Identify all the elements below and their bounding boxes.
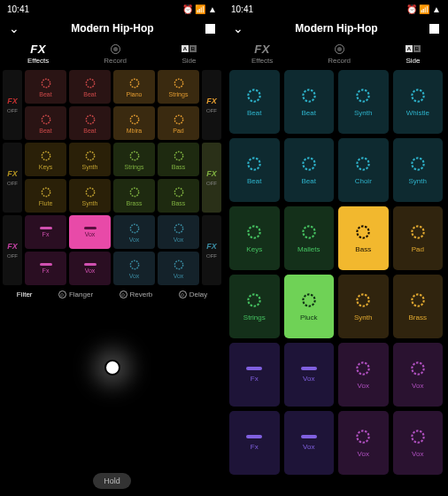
pad-vox[interactable]: Vox [158,215,199,249]
pad-pad[interactable]: Pad [393,206,444,270]
pad-vox[interactable]: Vox [69,252,111,285]
pad-grid: BeatBeatSynthWhistleBeatBeatChoirSynthKe… [224,70,448,475]
svg-point-17 [174,224,182,232]
pad-beat[interactable]: Beat [229,70,280,134]
pad-vox[interactable]: Vox [284,343,335,407]
pad-vox[interactable]: Vox [113,215,155,249]
pad-pad[interactable]: Pad [158,106,199,140]
pad-beat[interactable]: Beat [229,138,280,202]
pad-strings[interactable]: Strings [229,275,280,338]
xy-cursor[interactable] [104,360,120,376]
pad-vox[interactable]: Vox [69,215,111,249]
pad-fx[interactable]: Fx [25,215,66,249]
pad-beat[interactable]: Beat [25,70,66,104]
pad-synth[interactable]: Synth [338,275,389,338]
xy-pad[interactable] [0,302,224,466]
pad-beat[interactable]: Beat [284,138,335,202]
pad-bass[interactable]: Bass [338,206,389,270]
tab-record[interactable]: Record [104,43,127,65]
pad-keys[interactable]: Keys [25,143,66,176]
pad-fx[interactable]: Fx [229,411,280,475]
pad-vox[interactable]: Vox [284,411,335,475]
tab-side[interactable]: AB Side [406,43,421,65]
fx-column-right[interactable]: FXOFF [202,143,221,213]
pad-synth[interactable]: Synth [69,143,111,176]
status-icons: ⏰ 📶 ▲ [406,4,441,14]
svg-point-34 [358,294,369,306]
pad-synth[interactable]: Synth [393,138,444,202]
fx-column-right[interactable]: FXOFF [202,70,221,140]
svg-point-4 [42,115,50,123]
pad-synth[interactable]: Synth [338,70,389,134]
pad-bass[interactable]: Bass [158,143,199,176]
record-icon [111,44,120,54]
svg-point-18 [130,260,138,268]
pad-keys[interactable]: Keys [229,206,280,270]
pad-fx[interactable]: Fx [25,252,66,285]
tab-effects[interactable]: FX Effects [27,43,49,65]
svg-point-32 [249,294,260,306]
hold-button[interactable]: Hold [93,473,131,489]
pad-mallets[interactable]: Mallets [284,206,335,270]
pad-whistle[interactable]: Whistle [393,70,444,134]
pad-piano[interactable]: Piano [113,70,155,104]
pad-flute[interactable]: Flute [25,179,66,213]
pad-beat[interactable]: Beat [25,106,66,140]
chevron-down-icon[interactable]: ⌄ [9,21,19,35]
pad-vox[interactable]: Vox [338,411,389,475]
svg-point-15 [174,188,182,196]
fx-dot-icon [179,291,187,298]
record-icon [335,44,344,54]
pad-strings[interactable]: Strings [158,70,199,104]
fx-column-right[interactable]: FXOFF [202,215,221,285]
pad-vox[interactable]: Vox [393,343,444,407]
page-title: Modern Hip-Hop [19,22,205,35]
svg-point-6 [130,115,138,123]
pad-grid: FXOFFBeatBeatPianoStringsFXOFFBeatBeatMb… [0,70,224,285]
stop-button[interactable] [205,24,215,34]
header: ⌄ Modern Hip-Hop [0,18,224,39]
pad-vox[interactable]: Vox [393,411,444,475]
pad-vox[interactable]: Vox [113,252,155,285]
fx-column-left[interactable]: FXOFF [3,70,22,140]
pad-vox[interactable]: Vox [338,343,389,407]
fx-tab-flanger[interactable]: Flanger [58,291,93,298]
header: ⌄ Modern Hip-Hop [224,18,448,39]
svg-point-25 [303,158,314,169]
tab-effects[interactable]: FX Effects [251,43,273,65]
fx-tab-reverb[interactable]: Reverb [120,291,153,298]
svg-point-27 [412,158,423,169]
pad-beat[interactable]: Beat [69,70,111,104]
tab-side[interactable]: AB Side [182,43,197,65]
pad-vox[interactable]: Vox [158,252,199,285]
fx-tab-delay[interactable]: Delay [179,291,207,298]
tab-record[interactable]: Record [328,43,351,65]
pad-strings[interactable]: Strings [113,143,155,176]
svg-point-7 [174,115,182,123]
status-bar: 10:41 ⏰ 📶 ▲ [0,0,224,18]
pad-beat[interactable]: Beat [69,106,111,140]
pad-brass[interactable]: Brass [393,275,444,338]
pad-fx[interactable]: Fx [229,343,280,407]
status-time: 10:41 [231,4,253,14]
fx-icon: FX [30,43,46,55]
pad-bass[interactable]: Bass [158,179,199,213]
pad-beat[interactable]: Beat [284,70,335,134]
fx-column-left[interactable]: FXOFF [3,215,22,285]
svg-point-1 [86,79,94,87]
fx-tab-row: FilterFlangerReverbDelay [0,285,224,302]
svg-point-22 [358,89,369,101]
pad-synth[interactable]: Synth [69,179,111,213]
svg-point-20 [249,89,260,101]
fx-tab-filter[interactable]: Filter [17,291,33,298]
pad-choir[interactable]: Choir [338,138,389,202]
chevron-down-icon[interactable]: ⌄ [233,21,243,35]
status-bar: 10:41 ⏰ 📶 ▲ [224,0,448,18]
pad-pluck[interactable]: Pluck [284,275,335,338]
stop-button[interactable] [429,24,439,34]
svg-point-24 [249,158,260,169]
fx-column-left[interactable]: FXOFF [3,143,22,213]
pad-brass[interactable]: Brass [113,179,155,213]
mode-tabs: FX Effects Record AB Side [0,39,224,70]
pad-mbira[interactable]: Mbira [113,106,155,140]
